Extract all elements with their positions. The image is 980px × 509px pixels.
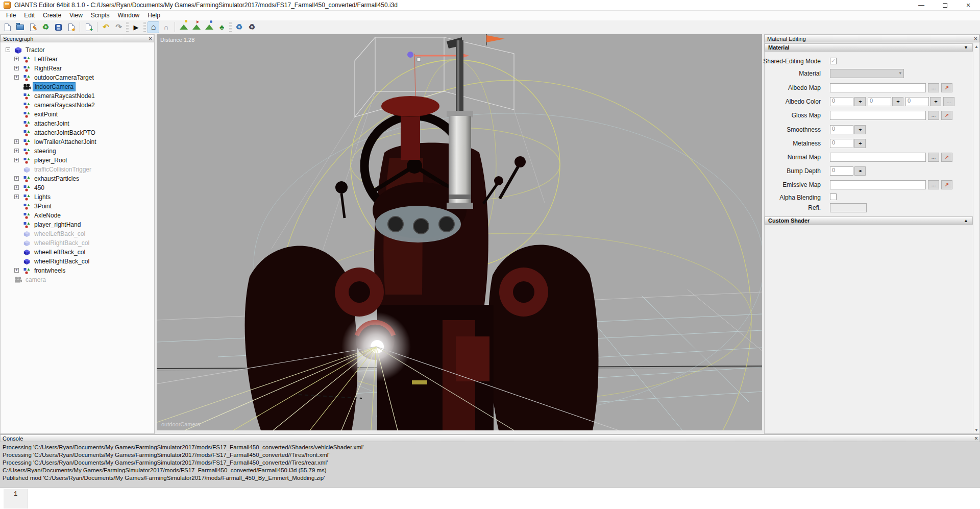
tree-node-label[interactable]: AxleNode bbox=[33, 211, 62, 220]
bump-depth-field[interactable]: 0 bbox=[830, 166, 853, 176]
tree-node-label[interactable]: LeftRear bbox=[33, 55, 59, 63]
tree-node-label[interactable]: indoorCamera bbox=[33, 82, 76, 91]
tree-node-label[interactable]: cameraRaycastNode1 bbox=[33, 92, 96, 100]
close-button[interactable]: × bbox=[957, 0, 980, 11]
tree-node-label[interactable]: outdoorCameraTarget bbox=[33, 74, 95, 82]
metalness-field[interactable]: 0 bbox=[830, 139, 853, 148]
expand-expander-icon[interactable]: + bbox=[14, 195, 19, 199]
open-file-button[interactable] bbox=[14, 21, 26, 33]
viewport-3d[interactable]: Distance 1.28 outdoorCamera bbox=[157, 34, 762, 430]
tree-node-label[interactable]: attacherJoint bbox=[33, 119, 71, 128]
tree-node-label[interactable]: 450 bbox=[33, 184, 46, 192]
emissive-map-field[interactable] bbox=[830, 180, 926, 189]
undo-button[interactable]: ↶ bbox=[100, 21, 112, 33]
snap-magnet-button[interactable]: ∩ bbox=[160, 21, 172, 33]
expand-expander-icon[interactable]: + bbox=[14, 176, 19, 181]
smoothness-spinner[interactable]: ◂▸ bbox=[854, 125, 866, 134]
material-dropdown[interactable] bbox=[830, 69, 904, 78]
scroll-down-icon[interactable]: ▼ bbox=[973, 427, 979, 433]
shared-editing-checkbox[interactable]: ✓ bbox=[830, 58, 837, 64]
emissive-map-browse-button[interactable]: ... bbox=[928, 180, 939, 189]
albedo-color-g-spinner[interactable]: ◂▸ bbox=[892, 97, 903, 106]
minimize-button[interactable]: — bbox=[910, 0, 933, 11]
tree-node-label[interactable]: wheelLeftBack_col bbox=[33, 230, 87, 238]
expand-expander-icon[interactable]: + bbox=[14, 268, 19, 273]
albedo-color-r-field[interactable]: 0 bbox=[830, 97, 853, 106]
normal-map-clear-button[interactable]: ↗ bbox=[941, 153, 952, 162]
menu-create[interactable]: Create bbox=[39, 11, 65, 20]
menu-scripts[interactable]: Scripts bbox=[87, 11, 114, 20]
albedo-map-browse-button[interactable]: ... bbox=[928, 83, 939, 92]
gloss-map-field[interactable] bbox=[830, 111, 926, 120]
maximize-button[interactable] bbox=[933, 0, 957, 11]
expand-expander-icon[interactable]: + bbox=[14, 66, 19, 70]
alpha-blending-checkbox[interactable] bbox=[830, 193, 837, 200]
tree-node-label[interactable]: player_rightHand bbox=[33, 221, 82, 229]
gloss-map-browse-button[interactable]: ... bbox=[928, 111, 939, 120]
albedo-color-r-spinner[interactable]: ◂▸ bbox=[854, 97, 866, 106]
tree-node-label[interactable]: camera bbox=[24, 276, 47, 284]
collapse-expander-icon[interactable]: − bbox=[6, 47, 10, 52]
albedo-map-field[interactable] bbox=[830, 83, 926, 92]
smoothness-field[interactable]: 0 bbox=[830, 125, 853, 134]
script-input-bar[interactable]: 1 bbox=[0, 488, 980, 509]
expand-expander-icon[interactable]: + bbox=[14, 158, 19, 162]
tree-node-label[interactable]: player_Root bbox=[33, 156, 69, 164]
albedo-color-b-spinner[interactable]: ◂▸ bbox=[930, 97, 941, 106]
tree-node-label[interactable]: cameraRaycastNode2 bbox=[33, 101, 96, 109]
expand-expander-icon[interactable]: + bbox=[14, 75, 19, 80]
tree-node-label[interactable]: attacherJointBackPTO bbox=[33, 129, 97, 137]
reload-button[interactable]: ♻ bbox=[40, 21, 52, 33]
tree-node-label[interactable]: Tractor bbox=[24, 46, 46, 54]
menu-edit[interactable]: Edit bbox=[20, 11, 39, 20]
reload-shaders-button[interactable]: ♻ bbox=[246, 21, 258, 33]
expand-expander-icon[interactable]: + bbox=[14, 139, 19, 144]
terrain-sculpt-button[interactable] bbox=[178, 21, 189, 33]
console-log[interactable]: Processing 'C:/Users/Ryan/Documents/My G… bbox=[3, 444, 978, 482]
expand-arrow-icon[interactable]: ▲ bbox=[964, 218, 968, 223]
collapse-arrow-icon[interactable]: ▼ bbox=[964, 45, 968, 50]
material-section-header[interactable]: Material ▼ bbox=[765, 43, 973, 52]
material-editing-close-icon[interactable]: × bbox=[974, 35, 977, 42]
menu-window[interactable]: Window bbox=[114, 11, 144, 20]
tree-node-label[interactable]: wheelRightBack_col bbox=[33, 239, 91, 247]
save-button[interactable] bbox=[53, 21, 64, 33]
tree-node-label[interactable]: RightRear bbox=[33, 64, 63, 72]
tree-brush-button[interactable]: ♣ bbox=[216, 21, 228, 33]
terrain-foliage-button[interactable] bbox=[203, 21, 215, 33]
refl-field[interactable] bbox=[830, 203, 867, 212]
expand-expander-icon[interactable]: + bbox=[14, 57, 19, 61]
tree-node-label[interactable]: lowTrailerAttacherJoint bbox=[33, 138, 98, 146]
tree-node-label[interactable]: 3Point bbox=[33, 202, 53, 210]
import-asset-button[interactable]: ★ bbox=[65, 21, 77, 33]
metalness-spinner[interactable]: ◂▸ bbox=[854, 139, 866, 148]
custom-shader-section-header[interactable]: Custom Shader ▲ bbox=[765, 216, 973, 225]
redo-button[interactable]: ↷ bbox=[113, 21, 125, 33]
edit-document-button[interactable]: ✎ bbox=[27, 21, 39, 33]
gloss-map-clear-button[interactable]: ↗ bbox=[941, 111, 952, 120]
normal-map-browse-button[interactable]: ... bbox=[928, 153, 939, 162]
albedo-color-picker-button[interactable]: ... bbox=[943, 97, 954, 106]
new-file-button[interactable] bbox=[2, 21, 13, 33]
reload-textures-button[interactable]: ♻ bbox=[233, 21, 245, 33]
tree-node-label[interactable]: frontwheels bbox=[33, 266, 67, 275]
tree-node-label[interactable]: exhaustParticles bbox=[33, 175, 81, 183]
expand-expander-icon[interactable]: + bbox=[14, 149, 19, 153]
normal-map-field[interactable] bbox=[830, 153, 926, 162]
console-close-icon[interactable]: × bbox=[974, 435, 978, 442]
expand-expander-icon[interactable]: + bbox=[14, 185, 19, 190]
terrain-paint-button[interactable] bbox=[190, 21, 202, 33]
bump-depth-spinner[interactable]: ◂▸ bbox=[854, 166, 866, 176]
add-document-button[interactable]: + bbox=[83, 21, 94, 33]
albedo-color-b-field[interactable]: 0 bbox=[905, 97, 929, 106]
tree-node-label[interactable]: Lights bbox=[33, 193, 52, 201]
menu-help[interactable]: Help bbox=[143, 11, 164, 20]
framed-view-home-button[interactable]: ⌂ bbox=[148, 21, 159, 33]
tree-node-label[interactable]: trafficCollisionTrigger bbox=[33, 165, 93, 174]
material-scrollbar[interactable]: ▲ ▼ bbox=[973, 43, 979, 433]
emissive-map-clear-button[interactable]: ↗ bbox=[941, 180, 952, 189]
tree-node-label[interactable]: wheelRightBack_col bbox=[33, 257, 91, 265]
scenegraph-close-icon[interactable]: × bbox=[149, 35, 152, 42]
scroll-up-icon[interactable]: ▲ bbox=[973, 43, 979, 50]
tree-node-label[interactable]: steering bbox=[33, 147, 58, 155]
